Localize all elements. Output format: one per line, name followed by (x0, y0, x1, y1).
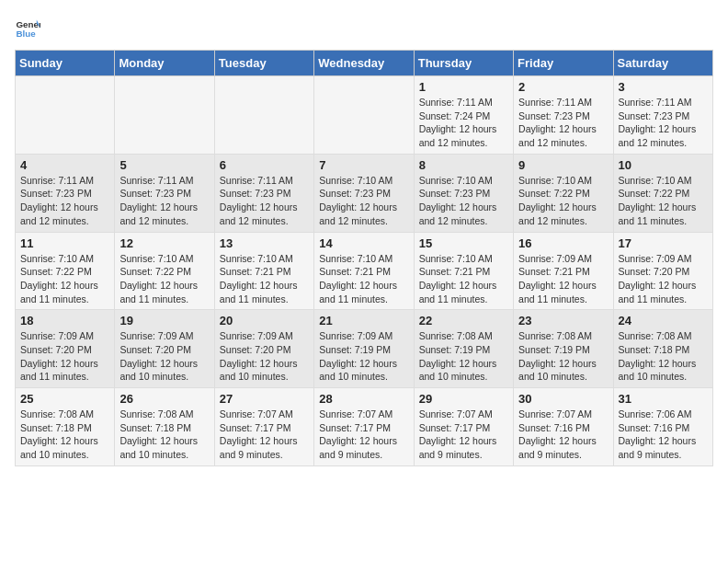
day-number: 5 (119, 158, 209, 172)
day-info: Sunrise: 7:11 AMSunset: 7:23 PMDaylight:… (220, 174, 309, 228)
day-number: 8 (419, 158, 508, 172)
day-info: Sunrise: 7:07 AMSunset: 7:16 PMDaylight:… (518, 408, 608, 462)
calendar-cell: 20Sunrise: 7:09 AMSunset: 7:20 PMDayligh… (214, 310, 313, 388)
day-number: 11 (20, 236, 109, 250)
calendar-week-1: 1Sunrise: 7:11 AMSunset: 7:24 PMDaylight… (16, 76, 713, 155)
day-info: Sunrise: 7:06 AMSunset: 7:16 PMDaylight:… (619, 408, 708, 462)
weekday-header-wednesday: Wednesday (314, 51, 414, 76)
calendar-cell: 12Sunrise: 7:10 AMSunset: 7:22 PMDayligh… (115, 232, 214, 310)
day-number: 23 (518, 314, 608, 327)
day-number: 2 (518, 80, 608, 94)
day-info: Sunrise: 7:08 AMSunset: 7:19 PMDaylight:… (419, 329, 508, 384)
day-info: Sunrise: 7:10 AMSunset: 7:21 PMDaylight:… (419, 252, 508, 306)
day-info: Sunrise: 7:10 AMSunset: 7:23 PMDaylight:… (319, 174, 408, 228)
weekday-header-tuesday: Tuesday (214, 51, 313, 76)
day-info: Sunrise: 7:11 AMSunset: 7:23 PMDaylight:… (119, 174, 209, 228)
day-info: Sunrise: 7:10 AMSunset: 7:22 PMDaylight:… (518, 174, 608, 228)
day-info: Sunrise: 7:09 AMSunset: 7:20 PMDaylight:… (220, 329, 309, 384)
day-info: Sunrise: 7:07 AMSunset: 7:17 PMDaylight:… (220, 408, 309, 462)
calendar-cell: 10Sunrise: 7:10 AMSunset: 7:22 PMDayligh… (613, 154, 712, 232)
calendar-cell: 8Sunrise: 7:10 AMSunset: 7:23 PMDaylight… (414, 154, 513, 232)
weekday-header-friday: Friday (514, 51, 613, 76)
calendar-cell: 31Sunrise: 7:06 AMSunset: 7:16 PMDayligh… (613, 388, 712, 466)
calendar-cell: 18Sunrise: 7:09 AMSunset: 7:20 PMDayligh… (16, 310, 115, 388)
calendar-week-3: 11Sunrise: 7:10 AMSunset: 7:22 PMDayligh… (16, 232, 713, 310)
calendar-cell: 23Sunrise: 7:08 AMSunset: 7:19 PMDayligh… (514, 310, 613, 388)
weekday-header-saturday: Saturday (613, 51, 712, 76)
header-area: General Blue (15, 15, 713, 40)
calendar-cell (16, 76, 115, 155)
day-number: 29 (419, 392, 508, 406)
day-info: Sunrise: 7:09 AMSunset: 7:19 PMDaylight:… (319, 329, 408, 384)
calendar-cell: 25Sunrise: 7:08 AMSunset: 7:18 PMDayligh… (16, 388, 115, 466)
calendar-cell: 13Sunrise: 7:10 AMSunset: 7:21 PMDayligh… (214, 232, 313, 310)
day-number: 21 (319, 314, 408, 327)
calendar-cell: 19Sunrise: 7:09 AMSunset: 7:20 PMDayligh… (115, 310, 214, 388)
day-info: Sunrise: 7:11 AMSunset: 7:24 PMDaylight:… (419, 96, 508, 150)
day-info: Sunrise: 7:10 AMSunset: 7:22 PMDaylight:… (20, 252, 109, 306)
calendar-cell: 21Sunrise: 7:09 AMSunset: 7:19 PMDayligh… (314, 310, 414, 388)
day-info: Sunrise: 7:10 AMSunset: 7:22 PMDaylight:… (619, 174, 708, 228)
day-number: 30 (518, 392, 608, 406)
day-number: 15 (419, 236, 508, 250)
day-info: Sunrise: 7:08 AMSunset: 7:18 PMDaylight:… (20, 408, 109, 462)
calendar-cell: 30Sunrise: 7:07 AMSunset: 7:16 PMDayligh… (514, 388, 613, 466)
day-number: 19 (119, 314, 209, 327)
weekday-header-monday: Monday (115, 51, 214, 76)
calendar-cell: 1Sunrise: 7:11 AMSunset: 7:24 PMDaylight… (414, 76, 513, 155)
day-number: 3 (619, 80, 708, 94)
calendar-cell: 26Sunrise: 7:08 AMSunset: 7:18 PMDayligh… (115, 388, 214, 466)
calendar-header-row: SundayMondayTuesdayWednesdayThursdayFrid… (16, 51, 713, 76)
calendar-cell: 5Sunrise: 7:11 AMSunset: 7:23 PMDaylight… (115, 154, 214, 232)
day-info: Sunrise: 7:10 AMSunset: 7:22 PMDaylight:… (119, 252, 209, 306)
calendar-cell (115, 76, 214, 155)
logo: General Blue (15, 15, 40, 40)
day-number: 26 (119, 392, 209, 406)
day-info: Sunrise: 7:08 AMSunset: 7:19 PMDaylight:… (518, 329, 608, 384)
day-number: 20 (220, 314, 309, 327)
calendar-week-5: 25Sunrise: 7:08 AMSunset: 7:18 PMDayligh… (16, 388, 713, 466)
calendar-cell: 9Sunrise: 7:10 AMSunset: 7:22 PMDaylight… (514, 154, 613, 232)
day-number: 24 (619, 314, 708, 327)
calendar-cell: 14Sunrise: 7:10 AMSunset: 7:21 PMDayligh… (314, 232, 414, 310)
day-number: 14 (319, 236, 408, 250)
calendar-cell (314, 76, 414, 155)
day-info: Sunrise: 7:09 AMSunset: 7:20 PMDaylight:… (619, 252, 708, 306)
day-info: Sunrise: 7:10 AMSunset: 7:21 PMDaylight:… (220, 252, 309, 306)
day-number: 6 (220, 158, 309, 172)
day-number: 31 (619, 392, 708, 406)
calendar-cell: 3Sunrise: 7:11 AMSunset: 7:23 PMDaylight… (613, 76, 712, 155)
calendar-cell: 15Sunrise: 7:10 AMSunset: 7:21 PMDayligh… (414, 232, 513, 310)
day-number: 28 (319, 392, 408, 406)
calendar-cell: 6Sunrise: 7:11 AMSunset: 7:23 PMDaylight… (214, 154, 313, 232)
calendar-cell: 17Sunrise: 7:09 AMSunset: 7:20 PMDayligh… (613, 232, 712, 310)
calendar-cell: 16Sunrise: 7:09 AMSunset: 7:21 PMDayligh… (514, 232, 613, 310)
calendar-cell: 7Sunrise: 7:10 AMSunset: 7:23 PMDaylight… (314, 154, 414, 232)
calendar-cell: 2Sunrise: 7:11 AMSunset: 7:23 PMDaylight… (514, 76, 613, 155)
calendar-cell: 4Sunrise: 7:11 AMSunset: 7:23 PMDaylight… (16, 154, 115, 232)
calendar-cell: 22Sunrise: 7:08 AMSunset: 7:19 PMDayligh… (414, 310, 513, 388)
day-info: Sunrise: 7:08 AMSunset: 7:18 PMDaylight:… (619, 329, 708, 384)
day-info: Sunrise: 7:11 AMSunset: 7:23 PMDaylight:… (619, 96, 708, 150)
weekday-header-thursday: Thursday (414, 51, 513, 76)
day-number: 9 (518, 158, 608, 172)
calendar-cell: 27Sunrise: 7:07 AMSunset: 7:17 PMDayligh… (214, 388, 313, 466)
day-number: 27 (220, 392, 309, 406)
day-info: Sunrise: 7:11 AMSunset: 7:23 PMDaylight:… (20, 174, 109, 228)
calendar-cell: 11Sunrise: 7:10 AMSunset: 7:22 PMDayligh… (16, 232, 115, 310)
day-number: 7 (319, 158, 408, 172)
day-info: Sunrise: 7:09 AMSunset: 7:20 PMDaylight:… (119, 329, 209, 384)
day-info: Sunrise: 7:09 AMSunset: 7:20 PMDaylight:… (20, 329, 109, 384)
day-number: 13 (220, 236, 309, 250)
day-info: Sunrise: 7:10 AMSunset: 7:21 PMDaylight:… (319, 252, 408, 306)
day-number: 18 (20, 314, 109, 327)
day-number: 1 (419, 80, 508, 94)
day-info: Sunrise: 7:07 AMSunset: 7:17 PMDaylight:… (319, 408, 408, 462)
day-number: 25 (20, 392, 109, 406)
day-info: Sunrise: 7:08 AMSunset: 7:18 PMDaylight:… (119, 408, 209, 462)
calendar-cell: 24Sunrise: 7:08 AMSunset: 7:18 PMDayligh… (613, 310, 712, 388)
logo-icon: General Blue (15, 15, 40, 40)
calendar-week-2: 4Sunrise: 7:11 AMSunset: 7:23 PMDaylight… (16, 154, 713, 232)
calendar-cell: 28Sunrise: 7:07 AMSunset: 7:17 PMDayligh… (314, 388, 414, 466)
day-number: 17 (619, 236, 708, 250)
